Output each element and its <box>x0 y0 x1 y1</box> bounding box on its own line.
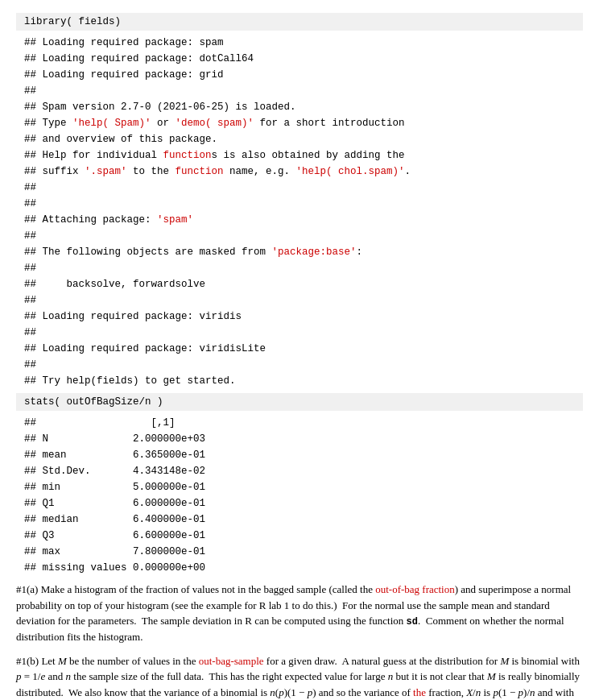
output-line-19: ## <box>16 325 583 340</box>
output-line-22: ## Try help(fields) to get started. <box>16 374 583 388</box>
output-line-11: ## <box>16 197 583 211</box>
output-line-8: ## Help for individual functions is also… <box>16 148 583 163</box>
stats-header: ## [,1] <box>16 416 583 430</box>
output-line-21: ## <box>16 358 583 372</box>
output-library: ## Loading required package: spam ## Loa… <box>16 35 583 388</box>
output-line-7: ## and overview of this package. <box>16 132 583 147</box>
code-library: library( fields) <box>16 13 583 31</box>
stats-q3: ## Q3 6.600000e-01 <box>16 528 583 543</box>
output-line-1: ## Loading required package: spam <box>16 35 583 50</box>
output-line-2: ## Loading required package: dotCall64 <box>16 52 583 66</box>
stats-missing: ## missing values 0.000000e+00 <box>16 561 583 575</box>
stats-median: ## median 6.400000e-01 <box>16 512 583 527</box>
code-text: library( fields) <box>24 16 121 27</box>
output-line-10: ## <box>16 180 583 195</box>
stats-stddev: ## Std.Dev. 4.343148e-02 <box>16 464 583 478</box>
output-line-20: ## Loading required package: viridisLite <box>16 342 583 356</box>
output-line-3: ## Loading required package: grid <box>16 68 583 82</box>
output-line-9: ## suffix '.spam' to the function name, … <box>16 164 583 179</box>
stats-q1: ## Q1 6.000000e-01 <box>16 496 583 511</box>
stats-max: ## max 7.800000e-01 <box>16 545 583 559</box>
stats-mean: ## mean 6.365000e-01 <box>16 448 583 462</box>
prose-1b: #1(b) Let M be the number of values in t… <box>16 653 583 701</box>
stats-n: ## N 2.000000e+03 <box>16 432 583 446</box>
code-stats: stats( outOfBagSize/n ) <box>16 393 583 411</box>
output-line-12: ## Attaching package: 'spam' <box>16 213 583 227</box>
stats-min: ## min 5.000000e-01 <box>16 480 583 495</box>
code-stats-text: stats( outOfBagSize/n ) <box>24 396 163 408</box>
output-line-17: ## <box>16 293 583 308</box>
prose-1a: #1(a) Make a histogram of the fraction o… <box>16 582 583 645</box>
output-line-15: ## <box>16 261 583 275</box>
output-line-4: ## <box>16 84 583 98</box>
output-line-14: ## The following objects are masked from… <box>16 245 583 259</box>
output-line-13: ## <box>16 229 583 243</box>
output-line-16: ## backsolve, forwardsolve <box>16 277 583 292</box>
output-line-6: ## Type 'help( Spam)' or 'demo( spam)' f… <box>16 116 583 130</box>
output-line-5: ## Spam version 2.7-0 (2021-06-25) is lo… <box>16 100 583 114</box>
stats-output: ## [,1] ## N 2.000000e+03 ## mean 6.3650… <box>16 416 583 575</box>
output-line-18: ## Loading required package: viridis <box>16 309 583 324</box>
